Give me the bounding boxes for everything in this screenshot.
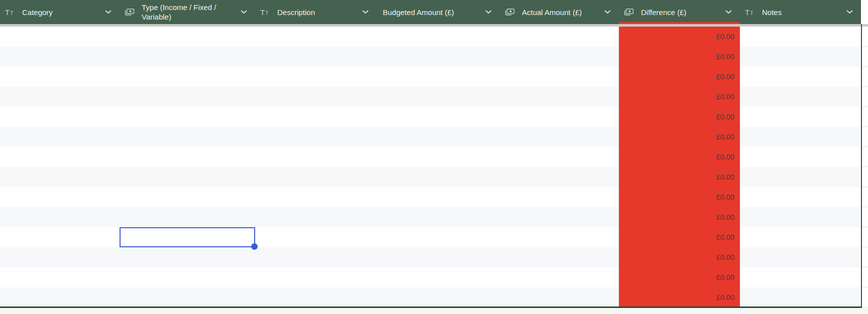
column-header-type[interactable]: Type (Income / Fixed / Variable) [120, 0, 255, 24]
currency-field-icon [125, 9, 135, 16]
gridline-cell [862, 227, 868, 247]
currency-field-icon [505, 9, 515, 16]
chevron-down-icon[interactable] [846, 10, 853, 14]
gridline-cell [862, 147, 868, 167]
difference-cell[interactable]: £0.00 [619, 207, 740, 227]
chevron-down-icon[interactable] [241, 10, 247, 14]
gridline-cell [862, 267, 868, 287]
table-right-border [861, 24, 862, 308]
gridline-cell [862, 167, 868, 187]
column-label: Budgeted Amount (£) [383, 8, 454, 17]
chevron-down-icon[interactable] [362, 10, 369, 14]
gridline-cell [862, 287, 868, 307]
column-label: Description [277, 8, 315, 17]
gridline-cell [862, 207, 868, 227]
difference-cell[interactable]: £0.00 [619, 167, 740, 187]
gridline-cell [862, 107, 868, 127]
column-header-notes[interactable]: TT Notes [740, 0, 861, 24]
difference-cell[interactable]: £0.00 [619, 107, 740, 127]
fill-handle[interactable] [251, 243, 258, 250]
column-header-budgeted-amount[interactable]: Budgeted Amount (£) [377, 0, 500, 24]
currency-field-icon [624, 9, 634, 16]
table-header-row: TT Category Type (Income / Fixed / Varia… [0, 0, 861, 24]
difference-cell[interactable]: £0.00 [619, 47, 740, 67]
difference-cell[interactable]: £0.00 [619, 287, 740, 307]
difference-cell[interactable]: £0.00 [619, 247, 740, 267]
chevron-down-icon[interactable] [604, 10, 611, 14]
gridline-cell [862, 87, 868, 107]
difference-cell[interactable]: £0.00 [619, 147, 740, 167]
gridline-cell [862, 67, 868, 87]
column-header-description[interactable]: TT Description [255, 0, 377, 24]
text-field-icon: TT [745, 8, 755, 17]
gridline-cell [862, 47, 868, 67]
spreadsheet-table-view: TT Category Type (Income / Fixed / Varia… [0, 0, 868, 314]
gridline-cell [862, 187, 868, 207]
column-label: Type (Income / Fixed / Variable) [142, 3, 225, 22]
below-table-band [0, 308, 868, 314]
difference-cell[interactable]: £0.00 [619, 67, 740, 87]
chevron-down-icon[interactable] [485, 10, 492, 14]
chevron-down-icon[interactable] [105, 10, 112, 14]
column-label: Actual Amount (£) [522, 8, 582, 17]
column-label: Notes [762, 8, 782, 17]
difference-cell[interactable]: £0.00 [619, 187, 740, 207]
difference-cell[interactable]: £0.00 [619, 87, 740, 107]
column-header-difference[interactable]: Difference (£) [619, 0, 740, 24]
column-label: Difference (£) [641, 8, 687, 17]
selected-cell[interactable] [120, 227, 255, 247]
difference-cell[interactable]: £0.00 [619, 227, 740, 247]
gridline-cell [862, 27, 868, 47]
difference-cell[interactable]: £0.00 [619, 127, 740, 147]
column-header-category[interactable]: TT Category [0, 0, 120, 24]
outside-grid-area [862, 27, 868, 307]
text-field-icon: TT [260, 8, 270, 17]
column-header-actual-amount[interactable]: Actual Amount (£) [500, 0, 619, 24]
difference-cell[interactable]: £0.00 [619, 267, 740, 287]
difference-column: £0.00£0.00£0.00£0.00£0.00£0.00£0.00£0.00… [619, 27, 740, 307]
gridline-cell [862, 247, 868, 267]
gridline-cell [862, 127, 868, 147]
column-label: Category [22, 8, 53, 17]
text-field-icon: TT [5, 8, 15, 17]
chevron-down-icon[interactable] [725, 10, 732, 14]
difference-cell[interactable]: £0.00 [619, 27, 740, 47]
